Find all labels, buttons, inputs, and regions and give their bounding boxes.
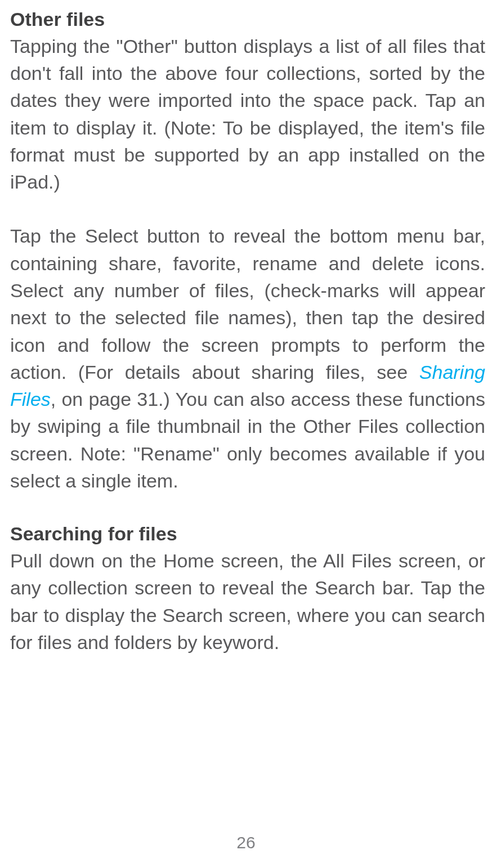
paragraph-searching-1: Pull down on the Home screen, the All Fi… [10,547,485,656]
paragraph-other-1: Tapping the "Other" button displays a li… [10,33,485,196]
section-spacer [10,494,485,521]
paragraph-other-2: Tap the Select button to reveal the bott… [10,222,485,494]
page-number: 26 [0,833,492,852]
heading-other-files: Other files [10,7,485,33]
paragraph-spacer [10,195,485,222]
text-after-link: , on page 31.) You can also access these… [10,388,485,491]
text-before-link: Tap the Select button to reveal the bott… [10,225,485,382]
document-page: Other files Tapping the "Other" button d… [10,7,485,656]
heading-searching: Searching for files [10,521,485,547]
